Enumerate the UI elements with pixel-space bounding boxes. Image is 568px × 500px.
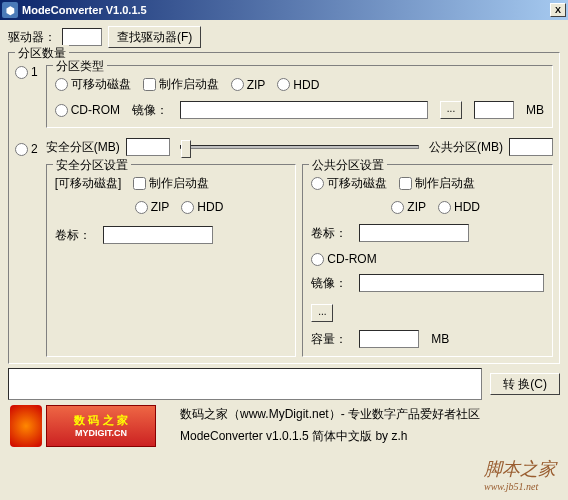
public-volume-label: 卷标： — [311, 225, 347, 242]
partition-type-title: 分区类型 — [53, 58, 107, 75]
image-label-1: 镜像： — [132, 102, 168, 119]
radio-removable-public[interactable] — [311, 177, 324, 190]
radio-hdd-public[interactable] — [438, 201, 451, 214]
public-capacity-input[interactable] — [359, 330, 419, 348]
mydigit-logo: 数 码 之 家 MYDIGIT.CN — [46, 405, 156, 447]
radio-zip-safe[interactable] — [135, 201, 148, 214]
public-mb-label: MB — [431, 332, 449, 346]
find-driver-button[interactable]: 查找驱动器(F) — [108, 26, 201, 48]
logo-line2: MYDIGIT.CN — [75, 428, 127, 438]
driver-input[interactable] — [62, 28, 102, 46]
logo-line1: 数 码 之 家 — [74, 413, 127, 428]
safe-volume-label: 卷标： — [55, 227, 91, 244]
watermark: 脚本之家 www.jb51.net — [484, 457, 556, 492]
app-icon: ⬢ — [2, 2, 18, 18]
radio-hdd-safe[interactable] — [181, 201, 194, 214]
public-settings-group: 公共分区设置 可移动磁盘 制作启动盘 ZIP HDD 卷标： — [302, 164, 553, 357]
public-size-input[interactable] — [509, 138, 553, 156]
check-make-boot-public[interactable] — [399, 177, 412, 190]
public-size-label: 公共分区(MB) — [429, 139, 503, 156]
radio-2-label: 2 — [31, 142, 38, 156]
safe-removable-note: [可移动磁盘] — [55, 175, 122, 192]
status-box — [8, 368, 482, 400]
window-title: ModeConverter V1.0.1.5 — [22, 4, 550, 16]
info-line1: 数码之家（www.MyDigit.net）- 专业数字产品爱好者社区 — [180, 404, 480, 426]
slider-thumb[interactable] — [181, 140, 191, 158]
mb-input-1[interactable] — [474, 101, 514, 119]
driver-label: 驱动器： — [8, 29, 56, 46]
radio-1-label: 1 — [31, 65, 38, 79]
radio-cdrom-1[interactable] — [55, 104, 68, 117]
info-line2: ModeConverter v1.0.1.5 简体中文版 by z.h — [180, 426, 480, 448]
safe-settings-title: 安全分区设置 — [53, 157, 131, 174]
public-capacity-label: 容量： — [311, 331, 347, 348]
radio-count-2[interactable] — [15, 143, 28, 156]
safe-size-input[interactable] — [126, 138, 170, 156]
convert-button[interactable]: 转 换(C) — [490, 373, 560, 395]
browse-button-1[interactable]: ... — [440, 101, 462, 119]
radio-removable[interactable] — [55, 78, 68, 91]
browse-button-public[interactable]: ... — [311, 304, 333, 322]
safe-volume-input[interactable] — [103, 226, 213, 244]
watermark-sub: www.jb51.net — [484, 481, 556, 492]
check-make-boot-safe[interactable] — [133, 177, 146, 190]
partition-count-group: 分区数量 1 分区类型 可移动磁盘 制作启动盘 ZIP HDD CD-ROM — [8, 52, 560, 364]
radio-hdd-1[interactable] — [277, 78, 290, 91]
mb-label-1: MB — [526, 103, 544, 117]
safe-settings-group: 安全分区设置 [可移动磁盘] 制作启动盘 ZIP HDD 卷标： — [46, 164, 297, 357]
public-volume-input[interactable] — [359, 224, 469, 242]
close-button[interactable]: X — [550, 3, 566, 17]
watermark-main: 脚本之家 — [484, 459, 556, 479]
radio-zip-public[interactable] — [391, 201, 404, 214]
radio-zip-1[interactable] — [231, 78, 244, 91]
public-image-input[interactable] — [359, 274, 544, 292]
public-image-label: 镜像： — [311, 275, 347, 292]
partition-slider[interactable] — [180, 145, 419, 149]
titlebar: ⬢ ModeConverter V1.0.1.5 X — [0, 0, 568, 20]
logo-decoration-icon — [10, 405, 42, 447]
radio-cdrom-public[interactable] — [311, 253, 324, 266]
partition-type-group: 分区类型 可移动磁盘 制作启动盘 ZIP HDD CD-ROM 镜像： ... … — [46, 65, 553, 128]
image-input-1[interactable] — [180, 101, 428, 119]
radio-count-1[interactable] — [15, 66, 28, 79]
safe-size-label: 安全分区(MB) — [46, 139, 120, 156]
check-make-boot-1[interactable] — [143, 78, 156, 91]
public-settings-title: 公共分区设置 — [309, 157, 387, 174]
info-text: 数码之家（www.MyDigit.net）- 专业数字产品爱好者社区 ModeC… — [180, 404, 480, 447]
